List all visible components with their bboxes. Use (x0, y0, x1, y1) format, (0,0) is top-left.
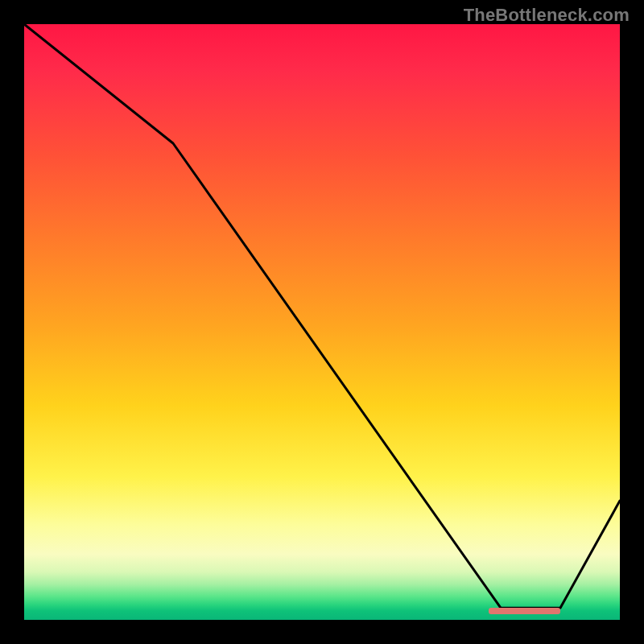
bottleneck-curve (24, 24, 620, 608)
watermark-text: TheBottleneck.com (464, 5, 630, 26)
chart-frame: TheBottleneck.com (0, 0, 644, 644)
plot-area (24, 24, 620, 620)
line-layer (24, 24, 620, 620)
optimal-range-marker (489, 608, 560, 614)
